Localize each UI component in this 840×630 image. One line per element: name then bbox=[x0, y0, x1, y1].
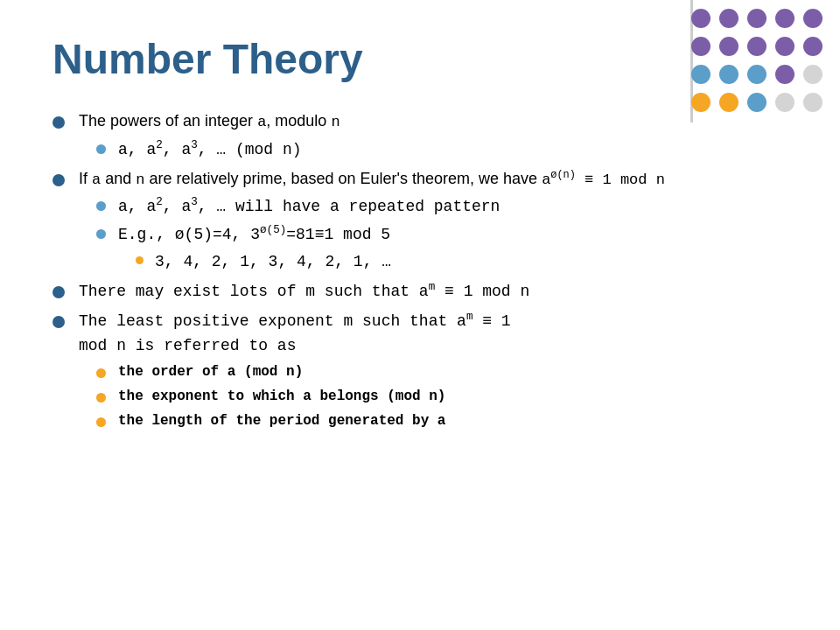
list-item: the length of the period generated by a bbox=[96, 410, 788, 431]
list-item: the order of a (mod n) bbox=[96, 361, 788, 382]
dot bbox=[691, 65, 710, 84]
dot bbox=[719, 37, 738, 56]
bold-item-text: the order of a (mod n) bbox=[118, 364, 303, 380]
content-area: The powers of an integer a, modulo n a, … bbox=[52, 109, 788, 431]
dot bbox=[719, 9, 738, 28]
bold-item-text: the length of the period generated by a bbox=[118, 413, 445, 429]
dot bbox=[747, 65, 766, 84]
dot bbox=[775, 9, 794, 28]
sub-item-text: a, a2, a3, … (mod n) bbox=[118, 141, 302, 158]
dot bbox=[803, 65, 822, 84]
bullet1-text: The powers of an integer a, modulo n bbox=[79, 112, 340, 130]
list-item: There may exist lots of m such that am ≡… bbox=[52, 279, 788, 304]
dot bbox=[747, 37, 766, 56]
bullet3-text: There may exist lots of m such that am ≡… bbox=[79, 283, 529, 300]
bold-item-text: the exponent to which a belongs (mod n) bbox=[118, 388, 445, 404]
sub-list: a, a2, a3, … will have a repeated patter… bbox=[96, 194, 788, 274]
sub-sub-item-text: 3, 4, 2, 1, 3, 4, 2, 1, … bbox=[155, 253, 391, 270]
sub-sub-list: 3, 4, 2, 1, 3, 4, 2, 1, … bbox=[136, 249, 788, 274]
bullet4-text: The least positive exponent m such that … bbox=[79, 312, 511, 354]
sub-item-text: E.g., ø(5)=4, 3ø(5)=81≡1 mod 5 bbox=[118, 226, 390, 243]
dot bbox=[747, 9, 766, 28]
list-item: If a and n are relatively prime, based o… bbox=[52, 167, 788, 275]
list-item: The powers of an integer a, modulo n a, … bbox=[52, 109, 788, 162]
list-item: a, a2, a3, … will have a repeated patter… bbox=[96, 194, 788, 219]
list-item: E.g., ø(5)=4, 3ø(5)=81≡1 mod 5 3, 4, 2, … bbox=[96, 222, 788, 274]
dot bbox=[691, 37, 710, 56]
dot bbox=[803, 37, 822, 56]
bullet2-text: If a and n are relatively prime, based o… bbox=[79, 170, 665, 187]
dot bbox=[775, 65, 794, 84]
dot bbox=[691, 9, 710, 28]
dot bbox=[719, 65, 738, 84]
main-list: The powers of an integer a, modulo n a, … bbox=[52, 109, 788, 431]
slide: Number Theory The powers of an integer a… bbox=[0, 0, 840, 630]
sub-item-text: a, a2, a3, … will have a repeated patter… bbox=[118, 198, 500, 215]
list-item: 3, 4, 2, 1, 3, 4, 2, 1, … bbox=[136, 249, 788, 274]
list-item: The least positive exponent m such that … bbox=[52, 309, 788, 431]
sub-list: a, a2, a3, … (mod n) bbox=[96, 137, 788, 162]
page-title: Number Theory bbox=[52, 35, 788, 83]
bold-sub-list: the order of a (mod n) the exponent to w… bbox=[96, 361, 788, 431]
dot bbox=[803, 93, 822, 112]
decorative-dots bbox=[691, 9, 831, 122]
dot bbox=[803, 9, 822, 28]
list-item: the exponent to which a belongs (mod n) bbox=[96, 386, 788, 407]
dot bbox=[775, 37, 794, 56]
list-item: a, a2, a3, … (mod n) bbox=[96, 137, 788, 162]
